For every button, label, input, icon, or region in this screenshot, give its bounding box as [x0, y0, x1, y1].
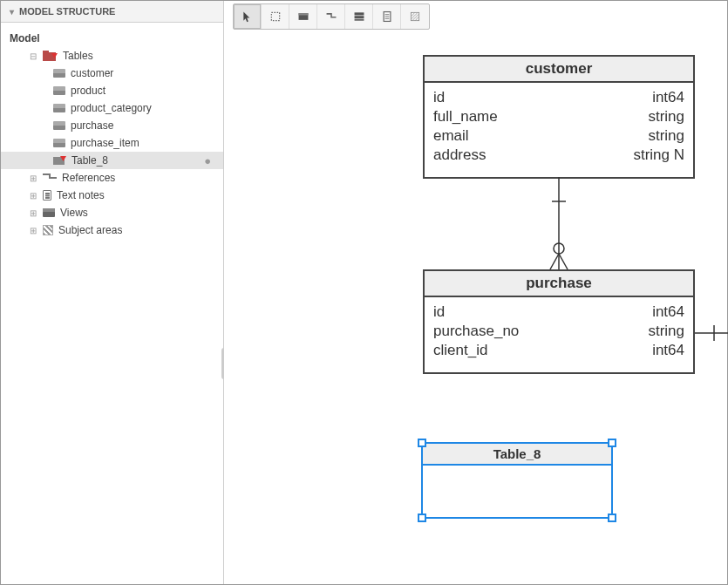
tree-table-item[interactable]: product	[1, 82, 223, 99]
table-item-label: purchase_item	[71, 137, 139, 149]
pointer-icon	[240, 10, 255, 23]
sidebar: ▾ MODEL STRUCTURE Model ⊟ Tables custome…	[1, 1, 224, 584]
erd-column: full_namestring	[433, 107, 684, 126]
svg-rect-9	[354, 16, 364, 18]
relation-one-to-many[interactable]	[548, 177, 569, 271]
resize-handle-sw[interactable]	[418, 514, 426, 522]
table-item-label: product	[71, 85, 105, 97]
table-item-label: purchase	[71, 119, 113, 132]
table-icon	[53, 139, 65, 147]
tree-folder-references[interactable]: ⊞ References	[1, 169, 223, 187]
tree-table-item[interactable]: product_category	[1, 99, 223, 117]
folder-label: Subject areas	[58, 224, 122, 236]
tree-folder-textnotes[interactable]: ⊞ Text notes	[1, 187, 223, 204]
folder-label: Text notes	[57, 189, 105, 201]
views-icon	[43, 208, 55, 217]
expand-toggle-icon[interactable]: ⊞	[27, 208, 39, 218]
marquee-icon	[268, 10, 283, 23]
svg-rect-1	[43, 51, 49, 54]
add-subject-area-button[interactable]	[401, 4, 429, 29]
sidebar-title: MODEL STRUCTURE	[19, 6, 115, 17]
resize-handle-se[interactable]	[608, 514, 616, 522]
tree-root[interactable]: Model	[1, 30, 223, 47]
main-panel: customer idint64 full_namestring emailst…	[224, 1, 727, 584]
folder-label: Tables	[63, 50, 93, 62]
erd-column: idint64	[433, 303, 684, 322]
pointer-tool-button[interactable]	[234, 4, 262, 29]
table-item-label: Table_8	[71, 154, 108, 167]
tree-table-item[interactable]: purchase_item	[1, 134, 223, 152]
svg-rect-7	[298, 13, 308, 15]
canvas-toolbar	[233, 3, 430, 30]
note-tool-icon	[379, 10, 395, 23]
row-menu-icon[interactable]: ●	[204, 154, 211, 167]
svg-line-19	[550, 254, 559, 269]
table-icon	[53, 86, 65, 95]
folder-label: Views	[60, 207, 88, 219]
erd-table-header: purchase	[425, 271, 693, 297]
view-tool-icon	[351, 10, 367, 23]
svg-rect-10	[354, 19, 364, 21]
erd-table-customer[interactable]: customer idint64 full_namestring emailst…	[423, 55, 695, 179]
subject-area-tool-icon	[407, 10, 423, 23]
add-view-button[interactable]	[345, 4, 373, 29]
tree-folder-tables[interactable]: ⊟ Tables	[1, 47, 223, 65]
tree-table-item[interactable]: customer	[1, 65, 223, 82]
svg-rect-15	[411, 12, 418, 20]
table-item-label: product_category	[71, 102, 152, 114]
expand-toggle-icon[interactable]: ⊞	[27, 173, 39, 183]
add-table-button[interactable]	[289, 4, 317, 29]
relation-stub[interactable]	[695, 325, 728, 341]
tree-folder-subjectareas[interactable]: ⊞ Subject areas	[1, 221, 223, 239]
erd-column: emailstring	[433, 126, 684, 146]
diagram-canvas[interactable]: customer idint64 full_namestring emailst…	[224, 32, 727, 584]
erd-table-purchase[interactable]: purchase idint64 purchase_nostring clien…	[423, 269, 695, 374]
erd-table-new-selected[interactable]: Table_8	[421, 442, 613, 519]
svg-line-20	[559, 254, 568, 269]
root-label: Model	[10, 32, 40, 44]
erd-column: client_idint64	[433, 341, 684, 360]
resize-handle-nw[interactable]	[418, 439, 426, 447]
add-note-button[interactable]	[373, 4, 401, 29]
erd-table-header: Table_8	[423, 444, 611, 466]
table-item-label: customer	[71, 67, 113, 79]
erd-column: idint64	[433, 88, 684, 107]
erd-column: addressstring N	[433, 146, 684, 165]
tables-folder-icon	[43, 51, 58, 62]
table-tool-icon	[296, 10, 311, 23]
new-table-icon	[53, 155, 66, 166]
erd-table-columns: idint64 full_namestring emailstring addr…	[425, 83, 693, 177]
expand-toggle-icon[interactable]: ⊞	[27, 226, 39, 235]
app-root: ▾ MODEL STRUCTURE Model ⊟ Tables custome…	[0, 0, 728, 585]
reference-tool-icon	[323, 10, 339, 23]
erd-table-header: customer	[425, 57, 693, 83]
table-icon	[53, 69, 65, 78]
erd-table-columns: idint64 purchase_nostring client_idint64	[425, 297, 693, 372]
expand-toggle-icon[interactable]: ⊞	[27, 191, 39, 201]
collapse-caret-icon: ▾	[10, 7, 14, 17]
tree-table-item[interactable]: purchase	[1, 117, 223, 134]
marquee-tool-button[interactable]	[262, 4, 289, 29]
model-tree: Model ⊟ Tables customer product product_…	[1, 23, 223, 246]
table-icon	[53, 104, 65, 112]
table-icon	[53, 121, 65, 130]
svg-rect-8	[354, 12, 364, 15]
add-reference-button[interactable]	[317, 4, 345, 29]
references-icon	[43, 173, 57, 183]
sidebar-header[interactable]: ▾ MODEL STRUCTURE	[1, 1, 223, 23]
subject-area-icon	[43, 225, 53, 235]
erd-column: purchase_nostring	[433, 322, 684, 341]
svg-rect-5	[271, 12, 279, 20]
note-icon	[43, 190, 51, 201]
resize-handle-ne[interactable]	[608, 439, 616, 447]
expand-toggle-icon[interactable]: ⊟	[27, 51, 39, 61]
folder-label: References	[62, 172, 115, 184]
tree-folder-views[interactable]: ⊞ Views	[1, 204, 223, 221]
tree-table-item-selected[interactable]: Table_8 ●	[1, 152, 223, 169]
